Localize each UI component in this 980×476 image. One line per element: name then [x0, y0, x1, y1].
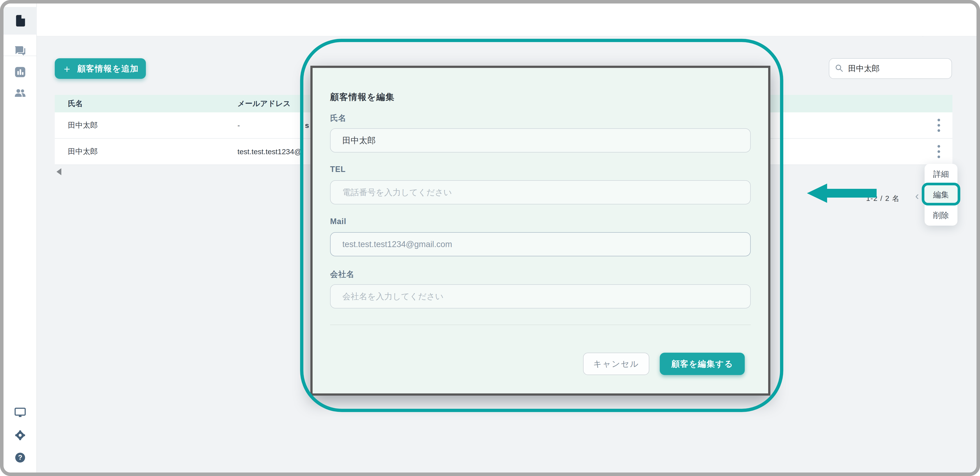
app-window: ? 顧客一覧 テ太 テスト 太郎 受付可能 ＋ 顧客情報を追加 [0, 0, 980, 476]
bar-chart-icon [14, 66, 26, 79]
help-icon: ? [14, 452, 26, 464]
annotation-arrow-icon [807, 183, 827, 203]
plus-icon: ＋ [62, 64, 72, 73]
table-scroll-left-icon[interactable] [57, 168, 61, 175]
company-field[interactable] [330, 284, 751, 309]
row-context-menu: 詳細 編集 削除 [924, 164, 958, 226]
gear-icon [14, 429, 26, 442]
menu-item-detail[interactable]: 詳細 [924, 164, 958, 185]
modal-divider [330, 325, 751, 325]
menu-item-edit[interactable]: 編集 [924, 185, 958, 205]
sidebar-item-staff[interactable] [3, 80, 37, 107]
field-label-company: 会社名 [330, 269, 355, 280]
sidebar-divider [3, 56, 37, 56]
kebab-icon [937, 118, 940, 132]
sidebar-item-help[interactable]: ? [3, 444, 37, 472]
cell-name: 田中太郎 [55, 146, 237, 157]
people-icon [14, 87, 27, 100]
cell-email: test.test.test1234@ [237, 147, 302, 156]
topbar [37, 3, 977, 37]
monitor-icon [14, 406, 27, 420]
row-menu-button[interactable] [930, 139, 948, 164]
add-customer-button[interactable]: ＋ 顧客情報を追加 [55, 58, 146, 79]
row-menu-button[interactable] [930, 112, 948, 138]
screenshot-canvas: ? 顧客一覧 テ太 テスト 太郎 受付可能 ＋ 顧客情報を追加 [0, 0, 980, 476]
field-label-mail: Mail [330, 217, 346, 226]
pagination-label: 1-2 / 2 名 [866, 194, 900, 204]
field-label-name: 氏名 [330, 113, 346, 124]
cell-hidden-fragment: s [305, 112, 309, 138]
submit-edit-button[interactable]: 顧客を編集する [660, 353, 745, 375]
cell-name: 田中太郎 [55, 120, 237, 131]
add-customer-label: 顧客情報を追加 [77, 63, 139, 74]
search-input[interactable] [848, 64, 946, 73]
cell-email: - [237, 121, 240, 130]
tel-field[interactable] [330, 180, 751, 204]
document-icon [14, 14, 26, 27]
column-header-email: メールアドレス [237, 99, 291, 109]
pagination-prev-icon[interactable]: ‹ [915, 189, 919, 202]
kebab-icon [937, 144, 940, 159]
cancel-button[interactable]: キャンセル [583, 353, 649, 375]
modal-title: 顧客情報を編集 [330, 91, 395, 103]
edit-customer-modal: 顧客情報を編集 氏名 TEL Mail 会社名 キャンセル 顧客を編集する [310, 66, 770, 396]
mail-field[interactable] [330, 232, 751, 256]
search-icon [835, 64, 844, 73]
sidebar: ? [3, 3, 37, 473]
svg-text:?: ? [18, 454, 22, 461]
search-box [829, 58, 952, 79]
field-label-tel: TEL [330, 165, 346, 174]
column-header-name: 氏名 [55, 99, 237, 109]
sidebar-item-customers[interactable] [3, 7, 37, 35]
menu-item-delete[interactable]: 削除 [924, 205, 958, 226]
name-field[interactable] [330, 128, 751, 153]
